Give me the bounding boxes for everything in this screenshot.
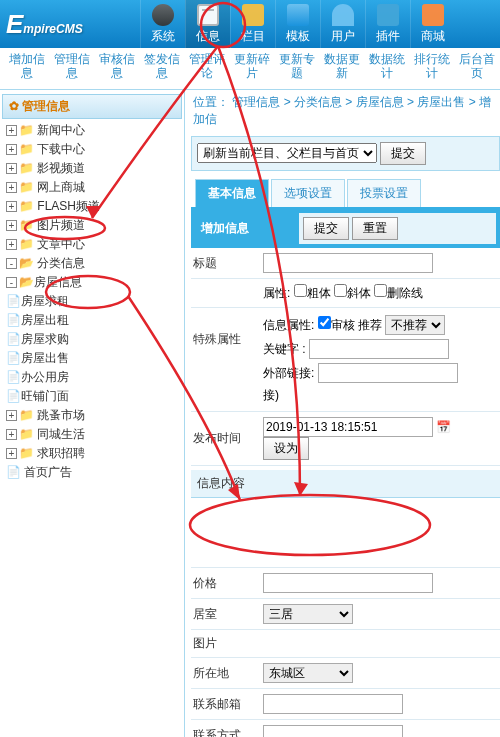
pubtime-label: 发布时间 xyxy=(193,430,263,447)
tree-buy-seek[interactable]: 📄房屋求购 xyxy=(2,330,182,349)
submit-button[interactable]: 提交 xyxy=(303,217,349,240)
row-attr: 属性: 粗体 斜体 删除线 xyxy=(191,279,500,308)
italic-checkbox[interactable] xyxy=(334,284,347,297)
tree-house[interactable]: -📂房屋信息 xyxy=(2,273,182,292)
row-location: 所在地 东城区 xyxy=(191,658,500,689)
plus-icon[interactable]: + xyxy=(6,429,17,440)
content-area: 位置： 管理信息 > 分类信息 > 房屋信息 > 房屋出售 > 增加信 刷新当前… xyxy=(185,90,500,737)
folder-icon: 📁 xyxy=(19,199,34,213)
content-section-header: 信息内容 xyxy=(191,470,500,498)
subnav-home[interactable]: 后台首页 xyxy=(454,48,499,89)
nav-system[interactable]: 系统 xyxy=(140,0,185,48)
folder-icon: 📁 xyxy=(19,408,34,422)
minus-icon[interactable]: - xyxy=(6,258,17,269)
tree-job[interactable]: +📁 求职招聘 xyxy=(2,444,182,463)
nav-plugin[interactable]: 插件 xyxy=(365,0,410,48)
tree-flash[interactable]: +📁 FLASH频道 xyxy=(2,197,182,216)
plus-icon[interactable]: + xyxy=(6,163,17,174)
extlink-input[interactable] xyxy=(318,363,458,383)
contact-input[interactable] xyxy=(263,725,403,737)
tree-download[interactable]: +📁 下载中心 xyxy=(2,140,182,159)
info-icon xyxy=(197,4,219,26)
tree-rent-out[interactable]: 📄房屋出租 xyxy=(2,311,182,330)
tree-ad[interactable]: 📄 首页广告 xyxy=(2,463,182,482)
calendar-icon[interactable]: 📅 xyxy=(436,420,451,434)
plus-icon[interactable]: + xyxy=(6,220,17,231)
bold-checkbox[interactable] xyxy=(294,284,307,297)
subnav-manage[interactable]: 管理信息 xyxy=(49,48,94,89)
subnav-comment[interactable]: 管理评论 xyxy=(184,48,229,89)
tab-basic[interactable]: 基本信息 xyxy=(195,179,269,207)
subnav-frag[interactable]: 更新碎片 xyxy=(229,48,274,89)
tree-rest: +📁 跳蚤市场 +📁 同城生活 +📁 求职招聘 📄 首页广告 xyxy=(2,406,182,482)
breadcrumb: 位置： 管理信息 > 分类信息 > 房屋信息 > 房屋出售 > 增加信 xyxy=(191,90,500,132)
crumb-house[interactable]: 房屋信息 xyxy=(356,95,404,109)
tab-options[interactable]: 选项设置 xyxy=(271,179,345,207)
plugin-icon xyxy=(377,4,399,26)
tree-lvl2: -📂房屋信息 xyxy=(2,273,182,292)
loc-label: 所在地 xyxy=(193,665,263,682)
plus-icon[interactable]: + xyxy=(6,144,17,155)
nav-template[interactable]: 模板 xyxy=(275,0,320,48)
plus-icon[interactable]: + xyxy=(6,182,17,193)
tree-root: +📁 新闻中心 +📁 下载中心 +📁 影视频道 +📁 网上商城 +📁 FLASH… xyxy=(2,121,182,273)
refresh-submit[interactable]: 提交 xyxy=(380,142,426,165)
tree-news[interactable]: +📁 新闻中心 xyxy=(2,121,182,140)
plus-icon[interactable]: + xyxy=(6,239,17,250)
minus-icon[interactable]: - xyxy=(6,277,17,288)
plus-icon[interactable]: + xyxy=(6,410,17,421)
nav-column[interactable]: 栏目 xyxy=(230,0,275,48)
reset-button[interactable]: 重置 xyxy=(352,217,398,240)
tree-article[interactable]: +📁 文章中心 xyxy=(2,235,182,254)
form-title: 增加信息 xyxy=(195,220,295,237)
crumb-sale[interactable]: 房屋出售 xyxy=(417,95,465,109)
subnav-review[interactable]: 审核信息 xyxy=(94,48,139,89)
location-select[interactable]: 东城区 xyxy=(263,663,353,683)
folder-open-icon: 📂 xyxy=(19,275,34,289)
subnav-rank[interactable]: 排行统计 xyxy=(409,48,454,89)
tree-pic[interactable]: +📁 图片频道 xyxy=(2,216,182,235)
subnav-stats[interactable]: 数据统计 xyxy=(364,48,409,89)
tree-city[interactable]: +📁 同城生活 xyxy=(2,425,182,444)
tree-shop[interactable]: +📁 网上商城 xyxy=(2,178,182,197)
folder-icon: 📁 xyxy=(19,123,34,137)
tree-rent-seek[interactable]: 📄房屋求租 xyxy=(2,292,182,311)
title-input[interactable] xyxy=(263,253,433,273)
nav-user[interactable]: 用户 xyxy=(320,0,365,48)
strike-checkbox[interactable] xyxy=(374,284,387,297)
file-icon: 📄 xyxy=(6,389,21,403)
pubtime-input[interactable] xyxy=(263,417,433,437)
price-input[interactable] xyxy=(263,573,433,593)
setnow-button[interactable]: 设为 xyxy=(263,437,309,460)
audit-checkbox[interactable] xyxy=(318,316,331,329)
folder-open-icon: 📂 xyxy=(19,256,34,270)
room-label: 居室 xyxy=(193,606,263,623)
tree-flea[interactable]: +📁 跳蚤市场 xyxy=(2,406,182,425)
crumb-manage[interactable]: 管理信息 xyxy=(232,95,280,109)
recommend-select[interactable]: 不推荐 xyxy=(385,315,445,335)
file-icon: 📄 xyxy=(6,465,21,479)
tab-vote[interactable]: 投票设置 xyxy=(347,179,421,207)
content-editor[interactable] xyxy=(191,498,500,568)
subnav-add[interactable]: 增加信息 xyxy=(4,48,49,89)
subnav-data[interactable]: 数据更新 xyxy=(319,48,364,89)
subnav-topic[interactable]: 更新专题 xyxy=(274,48,319,89)
tree-store[interactable]: 📄旺铺门面 xyxy=(2,387,182,406)
crumb-category[interactable]: 分类信息 xyxy=(294,95,342,109)
plus-icon[interactable]: + xyxy=(6,448,17,459)
sub-nav: 增加信息 管理信息 审核信息 签发信息 管理评论 更新碎片 更新专题 数据更新 … xyxy=(0,48,500,90)
room-select[interactable]: 三居 xyxy=(263,604,353,624)
tree-category[interactable]: -📂 分类信息 xyxy=(2,254,182,273)
tree-office[interactable]: 📄办公用房 xyxy=(2,368,182,387)
tree-sale[interactable]: 📄房屋出售 xyxy=(2,349,182,368)
tree-video[interactable]: +📁 影视频道 xyxy=(2,159,182,178)
email-input[interactable] xyxy=(263,694,403,714)
refresh-select[interactable]: 刷新当前栏目、父栏目与首页 xyxy=(197,143,377,163)
plus-icon[interactable]: + xyxy=(6,125,17,136)
plus-icon[interactable]: + xyxy=(6,201,17,212)
nav-shop[interactable]: 商城 xyxy=(410,0,455,48)
nav-info[interactable]: 信息 xyxy=(185,0,230,48)
subnav-issue[interactable]: 签发信息 xyxy=(139,48,184,89)
keyword-input[interactable] xyxy=(309,339,449,359)
main-nav: 系统 信息 栏目 模板 用户 插件 商城 xyxy=(140,0,500,48)
